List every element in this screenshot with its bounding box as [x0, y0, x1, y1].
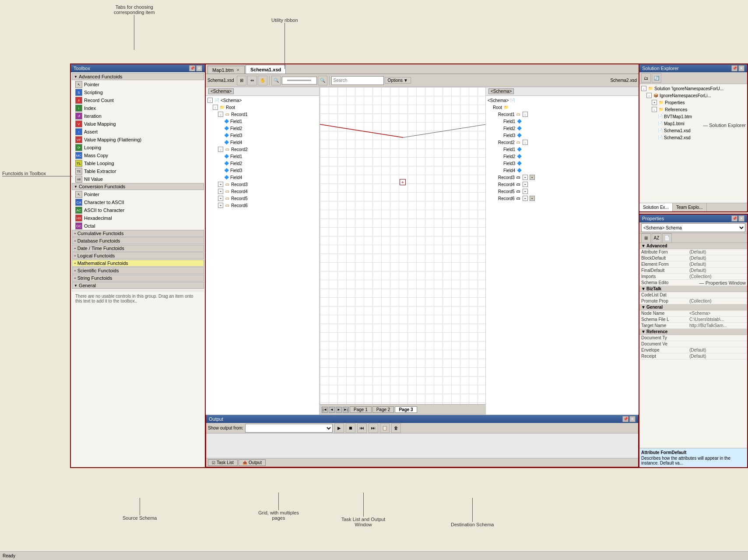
src-field1-4[interactable]: 🔷 Field4	[222, 139, 318, 146]
output-btn-1[interactable]: ▶	[334, 423, 344, 433]
src-field1-1[interactable]: 🔷 Field1	[222, 118, 318, 125]
page-tab-1[interactable]: Page 1	[350, 406, 372, 413]
tool-index[interactable]: i Index	[72, 104, 204, 112]
src-field2-4[interactable]: 🔷 Field4	[222, 174, 318, 181]
output-btn-2[interactable]: ⏹	[346, 423, 355, 433]
dst-record3[interactable]: Record3 🗃 + +	[497, 174, 638, 181]
connection-node[interactable]: +	[400, 179, 406, 185]
dst-field1-3[interactable]: Field3 🔷	[502, 132, 638, 139]
page-prev-btn[interactable]: ◄	[329, 407, 335, 413]
dst-rec5-expand[interactable]: +	[523, 189, 528, 194]
advanced-functoids-header[interactable]: ▼ Advanced Functoids	[72, 73, 204, 80]
src-record2[interactable]: - 🗃 Record2	[217, 146, 318, 153]
dst-record2[interactable]: Record2 🗃 -	[497, 139, 638, 146]
database-functoids-header[interactable]: + Database Functoids	[72, 237, 204, 244]
options-btn[interactable]: Options ▼	[385, 77, 411, 84]
tool-value-mapping[interactable]: V Value Mapping	[72, 120, 204, 128]
dst-rec3-expand[interactable]: +	[523, 175, 528, 180]
string-functoids-header[interactable]: + String Functoids	[72, 275, 204, 282]
sol-references[interactable]: - 📁 References	[651, 106, 746, 113]
output-tab-output[interactable]: 📤 Output	[239, 459, 266, 466]
src-field2-3[interactable]: 🔷 Field3	[222, 167, 318, 174]
output-btn-4[interactable]: ⏭	[369, 423, 378, 433]
sol-props-expand[interactable]: +	[652, 100, 657, 105]
tool-table-looping[interactable]: TL Table Looping	[72, 159, 204, 167]
tool-pointer-2[interactable]: ↖ Pointer	[72, 190, 204, 198]
src-rec5-expand[interactable]: +	[218, 196, 223, 201]
dst-field2-3[interactable]: Field3 🔷	[502, 160, 638, 167]
datetime-functoids-header[interactable]: + Date / Time Functoids	[72, 245, 204, 252]
toolbar-btn-1[interactable]: ⊞	[237, 76, 246, 85]
props-sort-btn[interactable]: AZ	[652, 233, 661, 243]
props-object-select[interactable]: <Schema> Schema	[641, 223, 745, 232]
dst-record4[interactable]: Record4 🗃 +	[497, 181, 638, 188]
src-field2-2[interactable]: 🔷 Field2	[222, 160, 318, 167]
sol-project[interactable]: - 📦 IgnoreNamespacesForLi...	[646, 92, 746, 99]
src-root-expand[interactable]: -	[213, 105, 218, 110]
output-source-select[interactable]	[245, 424, 333, 433]
tab-map1[interactable]: Map1.btm ✕	[207, 66, 245, 74]
sol-btn-1[interactable]: 🗂	[641, 73, 651, 83]
search-input[interactable]	[331, 76, 384, 85]
sol-schema2[interactable]: 📄 Schema2.xsd	[656, 134, 746, 141]
tool-table-extractor[interactable]: TE Table Extractor	[72, 167, 204, 175]
tool-scripting[interactable]: S Scripting	[72, 88, 204, 96]
page-tab-2[interactable]: Page 2	[372, 406, 394, 413]
src-rec2-expand[interactable]: -	[218, 147, 223, 152]
src-record5[interactable]: + 🗃 Record5	[217, 195, 318, 202]
tool-record-count[interactable]: # Record Count	[72, 96, 204, 104]
output-tab-tasklist[interactable]: ☑ Task List	[208, 459, 238, 466]
props-pin-btn[interactable]: 📌	[731, 215, 737, 222]
conversion-functoids-header[interactable]: ▼ Conversion Functoids	[72, 183, 204, 190]
page-first-btn[interactable]: |◄	[322, 407, 328, 413]
cumulative-functoids-header[interactable]: + Cumulative Functoids	[72, 230, 204, 237]
general-section-header[interactable]: ▼ General	[72, 282, 204, 289]
tool-nil-value[interactable]: nil Nil Value	[72, 175, 204, 183]
props-pages-btn[interactable]: 📄	[662, 233, 672, 243]
sol-bvtmap[interactable]: 📄 BVTMap1.btm	[656, 113, 746, 120]
dst-rec6-expand[interactable]: +	[523, 196, 528, 201]
output-close-btn[interactable]: ✕	[629, 416, 636, 422]
sol-btn-2[interactable]: 🔄	[652, 73, 661, 83]
dst-record1[interactable]: Record1 🗃 -	[497, 111, 638, 118]
toolbar-btn-2[interactable]: ⇔	[247, 76, 257, 85]
toolbar-zoom-out[interactable]: 🔍	[271, 76, 281, 85]
grid-lines[interactable]: +	[320, 87, 485, 404]
src-rec1-expand[interactable]: -	[218, 112, 223, 117]
src-field2-1[interactable]: 🔷 Field1	[222, 153, 318, 160]
tool-octal[interactable]: OC Octal	[72, 222, 204, 230]
page-tab-3[interactable]: Page 3	[395, 406, 417, 413]
logical-functoids-header[interactable]: + Logical Functoids	[72, 252, 204, 259]
toolbar-zoom-in[interactable]: 🔍	[318, 76, 327, 85]
dst-record5[interactable]: Record5 🗃 +	[497, 188, 638, 195]
dst-rec2-expand[interactable]: -	[523, 140, 528, 145]
src-schema-expand[interactable]: -	[207, 98, 213, 103]
sol-project-expand[interactable]: -	[646, 93, 652, 98]
dst-rec1-expand[interactable]: -	[523, 112, 528, 117]
src-record1[interactable]: - 🗃 Record1	[217, 111, 318, 118]
src-rec6-expand[interactable]: +	[218, 203, 223, 208]
sol-pin-btn[interactable]: 📌	[731, 65, 737, 71]
tool-value-mapping-flat[interactable]: VF Value Mapping (Flattening)	[72, 136, 204, 144]
output-btn-5[interactable]: 📋	[380, 423, 390, 433]
toolbox-close-btn[interactable]: ✕	[196, 65, 202, 71]
props-close-btn[interactable]: ✕	[738, 215, 744, 222]
dst-field2-4[interactable]: Field4 🔷	[502, 167, 638, 174]
tool-looping[interactable]: ⟳ Looping	[72, 144, 204, 151]
toolbox-pin-btn[interactable]: 📌	[189, 65, 195, 71]
src-field1-3[interactable]: 🔷 Field3	[222, 132, 318, 139]
sol-root-expand[interactable]: -	[641, 86, 646, 91]
output-pin-btn[interactable]: 📌	[622, 416, 629, 422]
toolbar-btn-hand[interactable]: ✋	[258, 76, 267, 85]
src-field1-2[interactable]: 🔷 Field2	[222, 125, 318, 132]
page-last-btn[interactable]: ►|	[343, 407, 349, 413]
mathematical-functoids-header[interactable]: + Mathematical Functoids	[72, 260, 204, 267]
tool-ascii-to-char[interactable]: AC ASCII to Character	[72, 206, 204, 214]
src-root[interactable]: - 📁 Root	[212, 104, 318, 111]
zoom-slider[interactable]	[282, 77, 317, 85]
tool-char-to-ascii[interactable]: CA Character to ASCII	[72, 198, 204, 206]
props-cat-btn[interactable]: ⊞	[641, 233, 651, 243]
dst-schema-root[interactable]: <Schema> 📄	[487, 97, 638, 104]
sol-solution-root[interactable]: - 📁 Solution 'IgnoreNamespacesForU...	[640, 85, 746, 92]
sol-refs-expand[interactable]: -	[652, 107, 657, 112]
